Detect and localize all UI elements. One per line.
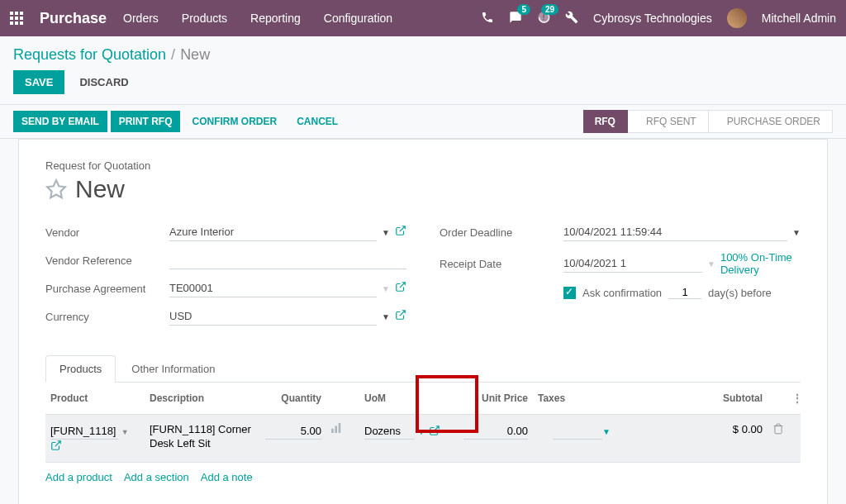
- apps-icon[interactable]: [10, 12, 23, 25]
- cell-forecast[interactable]: [326, 421, 359, 437]
- nav-orders[interactable]: Orders: [123, 12, 159, 25]
- title-label: Request for Quotation: [45, 159, 801, 172]
- product-input[interactable]: [50, 423, 118, 440]
- chart-icon: [331, 423, 343, 433]
- external-link-icon[interactable]: [395, 225, 406, 240]
- form-columns: Vendor ▼ Vendor Reference Purchase Agree…: [45, 223, 801, 335]
- chevron-down-icon[interactable]: ▼: [382, 228, 390, 237]
- sheet-container: Request for Quotation New Vendor ▼ Vendo…: [0, 139, 846, 504]
- svg-rect-2: [339, 423, 341, 433]
- ask-confirmation-label: Ask confirmation: [582, 287, 662, 299]
- vendor-ref-input[interactable]: [169, 251, 406, 269]
- svg-rect-1: [335, 426, 337, 433]
- chevron-down-icon[interactable]: ▼: [792, 228, 801, 237]
- th-unit-price: Unit Price: [459, 391, 533, 406]
- tab-products[interactable]: Products: [45, 355, 116, 383]
- cell-opt: [787, 421, 801, 425]
- tab-other-info[interactable]: Other Information: [117, 355, 229, 382]
- trash-icon[interactable]: [772, 423, 784, 435]
- chevron-down-icon[interactable]: ▼: [602, 427, 611, 436]
- cell-taxes: ▼: [533, 421, 615, 441]
- ontime-text[interactable]: 100% On-Time Delivery: [720, 251, 801, 276]
- add-section-link[interactable]: Add a section: [124, 471, 189, 483]
- external-link-icon[interactable]: [395, 309, 406, 324]
- receipt-input[interactable]: [563, 254, 702, 273]
- send-email-button[interactable]: SEND BY EMAIL: [13, 111, 107, 132]
- status-bar: SEND BY EMAIL PRINT RFQ CONFIRM ORDER CA…: [0, 104, 846, 139]
- step-rfq-sent[interactable]: RFQ SENT: [628, 110, 709, 133]
- step-purchase-order[interactable]: PURCHASE ORDER: [709, 110, 833, 133]
- cell-product: ▼: [45, 421, 145, 455]
- topbar-right: 5 29 Cybrosys Technologies Mitchell Admi…: [481, 8, 836, 28]
- cancel-button[interactable]: CANCEL: [288, 111, 346, 132]
- save-button[interactable]: SAVE: [13, 70, 64, 94]
- add-product-link[interactable]: Add a product: [45, 471, 112, 483]
- vendor-label: Vendor: [45, 226, 169, 239]
- discard-button[interactable]: DISCARD: [71, 70, 136, 94]
- agreement-input[interactable]: [169, 279, 377, 297]
- external-link-icon[interactable]: [395, 281, 406, 296]
- chevron-down-icon[interactable]: ▼: [382, 312, 390, 321]
- form-left: Vendor ▼ Vendor Reference Purchase Agree…: [45, 223, 406, 335]
- activity-icon[interactable]: 29: [537, 11, 550, 26]
- chevron-down-icon[interactable]: ▼: [417, 427, 425, 436]
- deadline-label: Order Deadline: [440, 226, 563, 239]
- quantity-input[interactable]: [265, 423, 321, 440]
- th-description: Description: [145, 391, 260, 406]
- status-steps: RFQ RFQ SENT PURCHASE ORDER: [583, 110, 833, 133]
- add-links: Add a product Add a section Add a note: [45, 463, 801, 492]
- taxes-input[interactable]: [553, 423, 602, 440]
- form-right: Order Deadline ▼ Receipt Date ▼ 100% On-…: [440, 223, 801, 335]
- th-options-icon[interactable]: ⋮: [787, 391, 801, 406]
- nav-products[interactable]: Products: [182, 12, 227, 25]
- chevron-down-icon[interactable]: ▼: [121, 428, 129, 436]
- cell-description[interactable]: [FURN_1118] Corner Desk Left Sit: [145, 421, 260, 453]
- deadline-input[interactable]: [563, 223, 787, 241]
- breadcrumb-current: New: [180, 46, 210, 64]
- activity-badge: 29: [541, 4, 558, 15]
- unit-price-input[interactable]: [463, 423, 528, 440]
- wrench-icon[interactable]: [565, 11, 578, 26]
- step-rfq[interactable]: RFQ: [583, 110, 628, 133]
- breadcrumb-root[interactable]: Requests for Quotation: [13, 46, 166, 64]
- ask-confirmation-checkbox[interactable]: [563, 287, 576, 299]
- table-header: Product Description Quantity UoM Unit Pr…: [45, 383, 801, 415]
- vendor-ref-label: Vendor Reference: [45, 254, 169, 267]
- table-row: ▼ [FURN_1118] Corner Desk Left Sit ▼: [45, 415, 801, 463]
- confirm-order-button[interactable]: CONFIRM ORDER: [183, 111, 285, 132]
- currency-input[interactable]: [169, 307, 377, 326]
- print-rfq-button[interactable]: PRINT RFQ: [111, 111, 181, 132]
- days-before-label: day(s) before: [708, 287, 772, 299]
- title-row: New: [45, 175, 801, 203]
- action-bar: SAVE DISCARD: [0, 70, 846, 104]
- user-name[interactable]: Mitchell Admin: [762, 12, 836, 25]
- add-note-link[interactable]: Add a note: [201, 471, 253, 483]
- external-link-icon[interactable]: [50, 441, 62, 454]
- company-name[interactable]: Cybrosys Technologies: [593, 12, 712, 25]
- currency-label: Currency: [45, 311, 169, 323]
- breadcrumb-separator: /: [171, 46, 175, 64]
- external-link-icon[interactable]: [429, 425, 440, 439]
- form-sheet: Request for Quotation New Vendor ▼ Vendo…: [18, 139, 828, 504]
- cell-subtotal: $ 0.00: [693, 421, 768, 437]
- phone-icon[interactable]: [481, 11, 494, 26]
- th-taxes: Taxes: [533, 391, 615, 406]
- svg-rect-0: [331, 429, 334, 433]
- chat-icon[interactable]: 5: [509, 11, 522, 26]
- nav-configuration[interactable]: Configuration: [324, 12, 392, 25]
- receipt-label: Receipt Date: [440, 258, 563, 270]
- cell-delete: [768, 421, 787, 439]
- days-before-input[interactable]: [668, 286, 701, 299]
- cell-uom: ▼: [359, 421, 459, 441]
- chevron-down-icon[interactable]: ▼: [707, 259, 715, 269]
- uom-input[interactable]: [364, 423, 414, 440]
- th-delete: [768, 391, 787, 406]
- notebook-tabs: Products Other Information: [45, 355, 801, 383]
- avatar[interactable]: [727, 8, 747, 28]
- star-icon[interactable]: [45, 178, 67, 200]
- vendor-input[interactable]: [169, 223, 377, 241]
- nav-reporting[interactable]: Reporting: [250, 12, 301, 25]
- chevron-down-icon[interactable]: ▼: [382, 284, 390, 293]
- cell-price: [459, 421, 533, 441]
- order-line-table: Product Description Quantity UoM Unit Pr…: [45, 383, 801, 492]
